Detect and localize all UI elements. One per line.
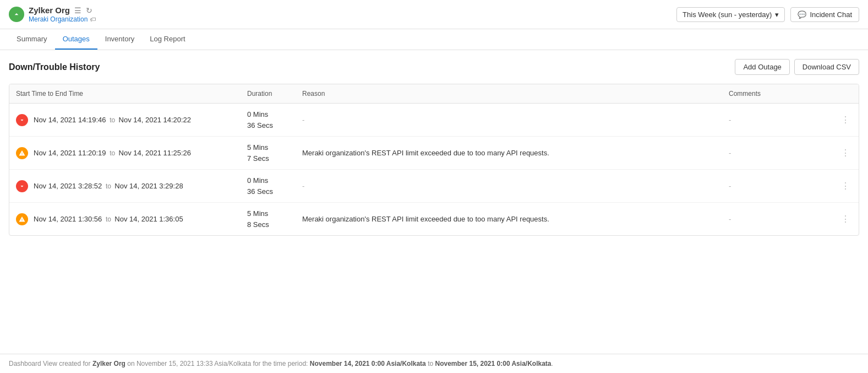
time-cell: Nov 14, 2021 11:20:19 to Nov 14, 2021 11… (9, 137, 241, 170)
org-status-icon (9, 7, 24, 22)
duration-mins: 5 Mins (247, 142, 289, 153)
warning-icon (16, 147, 28, 159)
end-time: Nov 14, 2021 1:36:05 (114, 215, 183, 223)
duration-mins: 0 Mins (247, 109, 289, 120)
start-time: Nov 14, 2021 14:19:46 (34, 116, 106, 124)
col-header-time: Start Time to End Time (9, 84, 241, 104)
duration-cell: 5 Mins 7 Secs (241, 137, 296, 170)
time-to-label: to (110, 149, 117, 157)
col-header-duration: Duration (241, 84, 296, 104)
row-actions-menu[interactable]: ⋮ (839, 179, 852, 193)
chevron-down-icon: ▾ (775, 10, 779, 19)
table-row: Nov 14, 2021 14:19:46 to Nov 14, 2021 14… (9, 104, 859, 137)
duration-secs: 36 Secs (247, 186, 289, 197)
comments-cell: - (722, 137, 832, 170)
outage-table: Start Time to End Time Duration Reason C… (9, 84, 859, 236)
tab-summary[interactable]: Summary (9, 29, 55, 50)
start-time: Nov 14, 2021 1:30:56 (34, 215, 102, 223)
footer-period-start: November 14, 2021 0:00 Asia/Kolkata (310, 360, 426, 367)
tab-inventory[interactable]: Inventory (97, 29, 142, 50)
duration-mins: 0 Mins (247, 175, 289, 186)
table-row: Nov 14, 2021 1:30:56 to Nov 14, 2021 1:3… (9, 203, 859, 236)
footer-org: Zylker Org (92, 360, 125, 367)
start-time: Nov 14, 2021 11:20:19 (34, 149, 106, 157)
duration-cell: 0 Mins 36 Secs (241, 170, 296, 203)
time-to-label: to (106, 215, 113, 223)
add-outage-button[interactable]: Add Outage (735, 59, 789, 75)
row-actions-cell[interactable]: ⋮ (832, 137, 859, 170)
row-actions-cell[interactable]: ⋮ (832, 170, 859, 203)
time-to-label: to (110, 116, 117, 124)
duration-secs: 8 Secs (247, 219, 289, 230)
footer-period-end: November 15, 2021 0:00 Asia/Kolkata (435, 360, 551, 367)
time-filter-dropdown[interactable]: This Week (sun - yesterday) ▾ (676, 7, 785, 22)
duration-cell: 0 Mins 36 Secs (241, 104, 296, 137)
org-name: Zylker Org (29, 6, 70, 15)
warning-icon (16, 213, 28, 225)
end-time: Nov 14, 2021 3:29:28 (114, 182, 183, 190)
footer-middle: on November 15, 2021 13:33 Asia/Kolkata … (125, 360, 310, 367)
reason-cell: - (296, 170, 722, 203)
time-to-label: to (106, 182, 113, 190)
tag-icon: 🏷 (90, 16, 96, 23)
footer-suffix: . (552, 360, 553, 367)
comments-cell: - (722, 104, 832, 137)
row-actions-cell[interactable]: ⋮ (832, 203, 859, 236)
end-time: Nov 14, 2021 11:25:26 (119, 149, 192, 157)
menu-icon[interactable]: ☰ (74, 6, 81, 15)
duration-secs: 36 Secs (247, 120, 289, 131)
reason-cell: Meraki organization's REST API limit exc… (296, 203, 722, 236)
tab-outages[interactable]: Outages (55, 29, 97, 50)
table-row: Nov 14, 2021 11:20:19 to Nov 14, 2021 11… (9, 137, 859, 170)
footer-period-to: to (426, 360, 435, 367)
refresh-icon[interactable]: ↻ (86, 6, 92, 15)
incident-chat-button[interactable]: 💬 Incident Chat (790, 7, 859, 22)
reason-cell: Meraki organization's REST API limit exc… (296, 137, 722, 170)
time-cell: Nov 14, 2021 14:19:46 to Nov 14, 2021 14… (9, 104, 241, 137)
time-cell: Nov 14, 2021 3:28:52 to Nov 14, 2021 3:2… (9, 170, 241, 203)
end-time: Nov 14, 2021 14:20:22 (119, 116, 192, 124)
col-header-comments: Comments (722, 84, 832, 104)
chat-icon: 💬 (798, 10, 806, 19)
duration-mins: 5 Mins (247, 208, 289, 219)
org-subtitle[interactable]: Meraki Organization (29, 15, 88, 23)
nav-tabs: Summary Outages Inventory Log Report (0, 29, 868, 50)
duration-secs: 7 Secs (247, 153, 289, 164)
section-title: Down/Trouble History (9, 62, 100, 72)
down-icon (16, 114, 28, 126)
comments-cell: - (722, 203, 832, 236)
download-csv-button[interactable]: Download CSV (794, 59, 859, 75)
comments-cell: - (722, 170, 832, 203)
row-actions-menu[interactable]: ⋮ (839, 145, 852, 160)
start-time: Nov 14, 2021 3:28:52 (34, 182, 102, 190)
tab-log-report[interactable]: Log Report (142, 29, 193, 50)
row-actions-menu[interactable]: ⋮ (839, 112, 852, 127)
table-row: Nov 14, 2021 3:28:52 to Nov 14, 2021 3:2… (9, 170, 859, 203)
footer-prefix: Dashboard View created for (9, 360, 92, 367)
reason-cell: - (296, 104, 722, 137)
col-header-actions (832, 84, 859, 104)
row-actions-menu[interactable]: ⋮ (839, 212, 852, 226)
time-cell: Nov 14, 2021 1:30:56 to Nov 14, 2021 1:3… (9, 203, 241, 236)
row-actions-cell[interactable]: ⋮ (832, 104, 859, 137)
time-filter-label: This Week (sun - yesterday) (683, 10, 772, 19)
col-header-reason: Reason (296, 84, 722, 104)
duration-cell: 5 Mins 8 Secs (241, 203, 296, 236)
down-icon (16, 180, 28, 192)
footer: Dashboard View created for Zylker Org on… (0, 354, 868, 373)
